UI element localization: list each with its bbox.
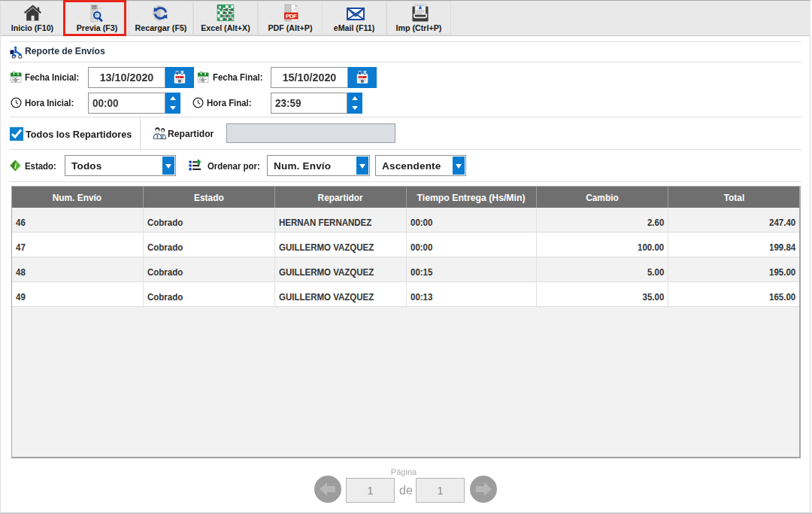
svg-text:PDF: PDF: [285, 13, 296, 20]
